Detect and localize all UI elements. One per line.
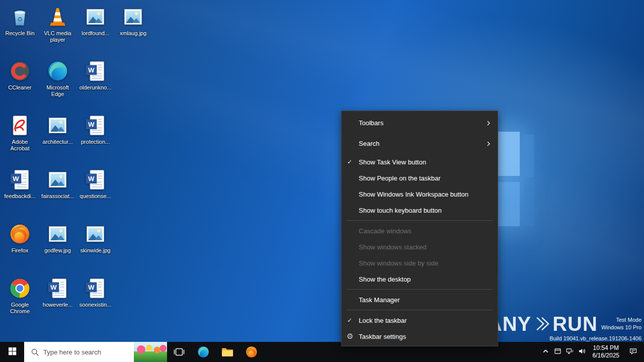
desktop-icon-label: skinwide.jpg — [80, 247, 111, 254]
menu-item-toolbars[interactable]: Toolbars — [342, 113, 498, 133]
desktop-icon-microsoft-edge[interactable]: Microsoft Edge — [39, 55, 76, 110]
desktop-icon-label: godfew.jpg — [44, 247, 71, 254]
svg-text:W: W — [50, 284, 57, 291]
svg-text:W: W — [88, 284, 95, 291]
wallpaper-windows-logo-pane — [496, 132, 520, 176]
taskbar-firefox-button[interactable] — [239, 342, 264, 362]
desktop-icon-howeverle[interactable]: Whoweverle... — [39, 273, 76, 327]
desktop-icon-skinwide-jpg[interactable]: skinwide.jpg — [76, 218, 114, 273]
menu-item-show-people-on-the-taskbar[interactable]: Show People on the taskbar — [342, 170, 498, 186]
svg-text:W: W — [88, 175, 95, 183]
taskbar-file-explorer-button[interactable] — [215, 342, 239, 362]
wallpaper-windows-logo-pane — [524, 135, 534, 177]
menu-item-label: Show the desktop — [359, 276, 411, 283]
desktop-icon-label: Firefox — [12, 247, 29, 254]
desktop-icon-xmlaug-jpg[interactable]: xmlaug.jpg — [114, 1, 152, 55]
ccleaner-icon — [9, 58, 31, 83]
desktop-icon-google-chrome[interactable]: Google Chrome — [1, 273, 39, 327]
desktop-icon-soonexistin[interactable]: Wsoonexistin... — [76, 273, 114, 327]
action-center-icon — [629, 347, 637, 357]
menu-item-label: Show Task View button — [359, 158, 426, 166]
menu-item-show-touch-keyboard-button[interactable]: Show touch keyboard button — [342, 202, 498, 218]
wallpaper-windows-logo-pane — [496, 182, 520, 226]
submenu-arrow-icon — [486, 120, 492, 126]
desktop-icon-grid: ♻Recycle BinCCleanerAdobe AcrobatWfeedba… — [1, 1, 152, 327]
desktop-icon-lordfound[interactable]: lordfound... — [76, 1, 114, 55]
desktop-icon-label: feedbackdi... — [4, 193, 35, 200]
svg-text:W: W — [88, 66, 95, 74]
volume-button[interactable] — [576, 342, 588, 362]
desktop-icon-godfew-jpg[interactable]: godfew.jpg — [39, 218, 76, 273]
tray-window-icon — [553, 347, 562, 357]
word-icon: W — [84, 276, 107, 301]
menu-item-label: Toolbars — [359, 119, 383, 127]
desktop-icon-adobe-acrobat[interactable]: Adobe Acrobat — [1, 110, 39, 164]
image-icon — [84, 4, 107, 29]
acrobat-icon — [9, 113, 31, 138]
tray-app-button[interactable] — [552, 342, 564, 362]
desktop-icon-ccleaner[interactable]: CCleaner — [1, 55, 39, 110]
start-button[interactable] — [0, 342, 24, 362]
menu-item-taskbar-settings[interactable]: ⚙Taskbar settings — [342, 328, 498, 344]
vlc-icon — [46, 4, 69, 29]
desktop-icon-recycle-bin[interactable]: ♻Recycle Bin — [1, 1, 39, 55]
desktop-icon-label: olderunkno... — [79, 84, 112, 91]
edge-icon — [46, 58, 69, 83]
edge-icon — [197, 345, 210, 358]
desktop-icon-feedbackdi[interactable]: Wfeedbackdi... — [1, 164, 39, 218]
taskbar-context-menu: ToolbarsSearch✓Show Task View buttonShow… — [341, 111, 498, 346]
desktop-icon-olderunkno[interactable]: Wolderunkno... — [76, 55, 114, 110]
desktop-icon-fairassociat[interactable]: fairassociat... — [39, 164, 76, 218]
taskbar-search-box[interactable] — [24, 342, 167, 362]
desktop-icon-vlc-media-player[interactable]: VLC media player — [39, 1, 76, 55]
desktop-icon-protection[interactable]: Wprotection... — [76, 110, 114, 164]
desktop-icon-label: xmlaug.jpg — [120, 30, 146, 37]
menu-item-label: Show People on the taskbar — [359, 174, 441, 182]
search-icon — [31, 348, 39, 356]
svg-text:W: W — [88, 121, 95, 128]
desktop-icon-label: Microsoft Edge — [40, 84, 76, 98]
menu-separator — [347, 289, 493, 290]
menu-item-label: Show touch keyboard button — [359, 207, 442, 214]
submenu-arrow-icon — [486, 141, 492, 147]
search-highlights-image[interactable] — [134, 342, 167, 362]
hidden-icons-button[interactable] — [540, 342, 552, 362]
menu-separator — [347, 220, 493, 221]
taskbar-clock[interactable]: 10:54 PM 6/16/2025 — [588, 344, 624, 359]
menu-item-show-task-view-button[interactable]: ✓Show Task View button — [342, 154, 498, 170]
menu-item-label: Show Windows Ink Workspace button — [359, 191, 468, 198]
wallpaper-windows-logo-pane — [524, 184, 534, 226]
desktop-icon-label: soonexistin... — [79, 302, 111, 308]
chevron-up-icon — [541, 347, 550, 357]
gear-icon: ⚙ — [347, 332, 353, 341]
word-icon: W — [46, 276, 69, 301]
desktop-icon-questionse[interactable]: Wquestionse... — [76, 164, 114, 218]
menu-item-search[interactable]: Search — [342, 133, 498, 154]
file-explorer-icon — [221, 345, 234, 358]
menu-item-show-windows-ink-workspace-button[interactable]: Show Windows Ink Workspace button — [342, 186, 498, 202]
word-icon: W — [84, 113, 107, 138]
menu-item-label: Lock the taskbar — [359, 317, 407, 324]
menu-item-lock-the-taskbar[interactable]: ✓Lock the taskbar — [342, 312, 498, 328]
desktop-icon-label: protection... — [81, 139, 110, 145]
network-icon — [566, 347, 574, 357]
clock-time: 10:54 PM — [593, 344, 619, 352]
clock-date: 6/16/2025 — [593, 352, 619, 359]
desktop-icon-label: CCleaner — [8, 84, 31, 91]
action-center-button[interactable] — [624, 342, 642, 362]
network-button[interactable] — [564, 342, 576, 362]
image-icon — [122, 4, 144, 29]
task-view-button[interactable] — [167, 342, 191, 362]
menu-item-show-the-desktop[interactable]: Show the desktop — [342, 271, 498, 287]
svg-text:♻: ♻ — [17, 15, 23, 23]
desktop-icon-architectur[interactable]: architectur... — [39, 110, 76, 164]
menu-item-label: Cascade windows — [359, 227, 412, 235]
desktop-icon-label: Recycle Bin — [5, 30, 34, 37]
desktop-icon-firefox[interactable]: Firefox — [1, 218, 39, 273]
menu-item-label: Task Manager — [359, 296, 400, 304]
menu-item-task-manager[interactable]: Task Manager — [342, 292, 498, 308]
image-icon — [46, 113, 69, 138]
menu-item-cascade-windows: Cascade windows — [342, 223, 498, 239]
desktop-icon-label: lordfound... — [82, 30, 109, 37]
taskbar-edge-button[interactable] — [191, 342, 215, 362]
